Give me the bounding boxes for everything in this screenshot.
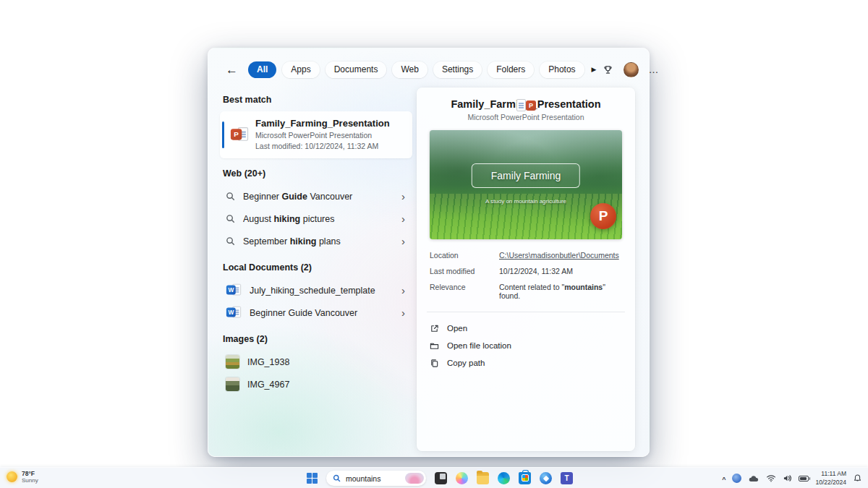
battery-icon[interactable]: [799, 476, 809, 481]
clock-time: 11:11 AM: [815, 470, 846, 478]
text-segment-bold: hiking: [290, 236, 317, 247]
file-location-link[interactable]: C:\Users\madisonbutler\Documents: [499, 251, 619, 260]
topbar-right-group: …: [603, 62, 660, 77]
tab-overflow-icon[interactable]: ▶: [592, 66, 597, 73]
web-result-2[interactable]: August hiking pictures ›: [220, 207, 412, 230]
sun-icon: [7, 471, 17, 482]
taskbar-app-icon-dark[interactable]: [435, 472, 447, 484]
best-match-result[interactable]: P Family_Farming_Presentation Microsoft …: [220, 111, 412, 158]
search-window: ← All Apps Documents Web Settings Folder…: [208, 48, 650, 457]
search-icon: [226, 236, 235, 246]
text-segment: Beginner: [243, 192, 282, 202]
text-segment: September: [243, 236, 290, 247]
microsoft-store-icon[interactable]: [519, 472, 531, 484]
best-match-type: Microsoft PowerPoint Presentation: [255, 130, 390, 141]
meta-label: Relevance: [430, 283, 499, 300]
text-segment-bold: mountains: [564, 283, 603, 291]
open-action[interactable]: Open: [430, 320, 622, 337]
copilot-app-icon[interactable]: [456, 472, 468, 484]
document-result-2[interactable]: W Beginner Guide Vancouver ›: [220, 301, 412, 324]
web-result-label: August hiking pictures: [243, 214, 393, 224]
chevron-right-icon[interactable]: ›: [401, 213, 408, 224]
meta-value: 10/12/2024, 11:32 AM: [499, 267, 573, 275]
user-avatar[interactable]: [624, 62, 639, 77]
image-result-1[interactable]: IMG_1938: [220, 351, 412, 373]
preview-panel: P Family_Farming_Presentation Microsoft …: [417, 87, 635, 451]
meta-row-modified: Last modified 10/12/2024, 11:32 AM: [430, 267, 622, 275]
tab-photos[interactable]: Photos: [540, 61, 584, 78]
rewards-icon[interactable]: [603, 64, 613, 75]
system-tray: ^ 11:11 AM 10/22/2024: [722, 468, 862, 488]
clock-widget[interactable]: 11:11 AM 10/22/2024: [815, 470, 846, 486]
best-match-title: Family_Farming_Presentation: [255, 118, 390, 129]
taskbar: 78°F Sunny mountains T ^ 11:11 AM 10/22/…: [0, 467, 868, 488]
meta-row-location: Location C:\Users\madisonbutler\Document…: [430, 251, 622, 260]
action-label: Open: [447, 324, 467, 333]
web-result-label: September hiking plans: [243, 236, 393, 247]
microsoft-365-icon[interactable]: [540, 472, 552, 484]
slide-preview-image[interactable]: Family Farming A study on mountain agric…: [430, 130, 622, 239]
image-result-label: IMG_1938: [247, 357, 408, 367]
slide-subtitle: A study on mountain agriculture: [430, 198, 622, 205]
action-label: Copy path: [447, 359, 485, 367]
divider: [427, 312, 625, 312]
tab-web[interactable]: Web: [392, 61, 427, 78]
open-file-location-action[interactable]: Open file location: [430, 337, 622, 354]
best-match-text: Family_Farming_Presentation Microsoft Po…: [255, 118, 390, 152]
tab-settings[interactable]: Settings: [433, 61, 482, 78]
weather-text: 78°F Sunny: [22, 470, 38, 484]
document-result-label: Beginner Guide Vancouver: [250, 308, 393, 318]
tray-app-icon[interactable]: [732, 474, 741, 483]
tab-all[interactable]: All: [248, 61, 276, 78]
chevron-right-icon[interactable]: ›: [401, 307, 408, 318]
document-result-1[interactable]: W July_hiking_schedule_template ›: [220, 279, 412, 301]
meta-row-relevance: Relevance Content related to "mountains"…: [430, 283, 622, 300]
file-explorer-icon[interactable]: [477, 472, 489, 484]
hidden-icons-chevron[interactable]: ^: [722, 476, 726, 483]
tab-documents[interactable]: Documents: [326, 61, 387, 78]
web-result-3[interactable]: September hiking plans ›: [220, 230, 412, 252]
wifi-icon[interactable]: [766, 474, 776, 482]
start-button[interactable]: [307, 473, 318, 484]
search-icon: [333, 474, 341, 482]
text-segment: plans: [316, 236, 340, 247]
file-metadata: Location C:\Users\madisonbutler\Document…: [430, 251, 622, 300]
best-match-modified: Last modified: 10/12/2024, 11:32 AM: [255, 141, 390, 152]
onedrive-cloud-icon[interactable]: [748, 474, 760, 483]
weather-widget[interactable]: 78°F Sunny: [7, 470, 38, 484]
results-column: Best match P Family_Farming_Presentation…: [220, 89, 412, 395]
powerpoint-file-icon: P: [231, 127, 248, 143]
taskbar-search-box[interactable]: mountains: [326, 471, 426, 486]
web-result-label: Beginner Guide Vancouver: [243, 192, 393, 202]
clock-date: 10/22/2024: [815, 479, 846, 487]
slide-title-box: Family Farming: [472, 163, 580, 188]
text-segment: August: [243, 214, 273, 224]
search-highlight-image[interactable]: [405, 473, 424, 484]
chevron-right-icon[interactable]: ›: [401, 236, 408, 247]
more-options-icon[interactable]: …: [649, 64, 660, 75]
preview-type: Microsoft PowerPoint Presentation: [430, 113, 622, 121]
web-result-1[interactable]: Beginner Guide Vancouver ›: [220, 185, 412, 207]
tab-apps[interactable]: Apps: [282, 61, 319, 78]
folder-icon: [430, 341, 439, 351]
chevron-right-icon[interactable]: ›: [401, 285, 408, 296]
volume-icon[interactable]: [783, 474, 792, 482]
image-result-2[interactable]: IMG_4967: [220, 373, 412, 395]
text-segment-bold: hiking: [273, 214, 300, 224]
notification-bell-icon[interactable]: [853, 474, 862, 483]
word-file-icon: W: [226, 283, 241, 297]
search-window-topbar: ← All Apps Documents Web Settings Folder…: [208, 48, 649, 82]
image-result-label: IMG_4967: [247, 380, 408, 390]
tab-folders[interactable]: Folders: [488, 61, 534, 78]
edge-browser-icon[interactable]: [498, 472, 510, 484]
back-button[interactable]: ←: [226, 64, 238, 76]
copy-path-action[interactable]: Copy path: [430, 354, 622, 372]
search-icon: [226, 192, 235, 201]
word-file-icon: W: [226, 306, 241, 320]
meta-label: Last modified: [430, 267, 499, 275]
teams-icon[interactable]: T: [561, 472, 573, 484]
chevron-right-icon[interactable]: ›: [401, 191, 408, 202]
text-segment: Vancouver: [307, 192, 352, 202]
documents-section-header: Local Documents (2): [223, 262, 412, 273]
open-icon: [430, 324, 439, 333]
